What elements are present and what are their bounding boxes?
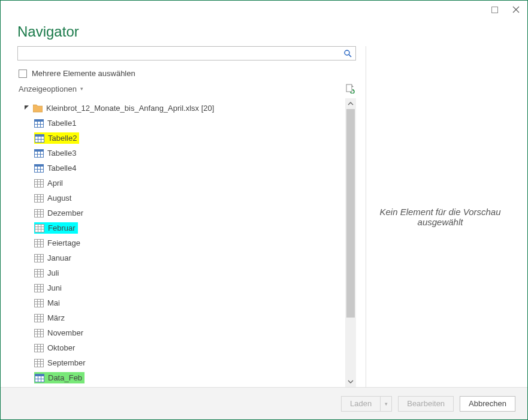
svg-rect-86 — [35, 359, 44, 367]
tree-item-label: Januar — [47, 253, 71, 262]
svg-point-3 — [345, 50, 349, 55]
tree-item-label: Tabelle3 — [47, 149, 76, 158]
load-button[interactable]: Laden — [341, 396, 380, 412]
refresh-button[interactable] — [345, 84, 355, 93]
worksheet-icon — [34, 239, 44, 247]
svg-rect-17 — [35, 149, 44, 152]
file-node[interactable]: Kleinbrot_12_Monate_bis_Anfang_April.xls… — [17, 101, 345, 116]
svg-line-4 — [349, 55, 351, 57]
tree-item[interactable]: September — [17, 355, 345, 370]
tree-item[interactable]: Juni — [17, 280, 345, 295]
tree-root: Kleinbrot_12_Monate_bis_Anfang_April.xls… — [17, 101, 345, 385]
highlight-marker: Tabelle2 — [34, 132, 79, 144]
display-options-button[interactable]: Anzeigeoptionen ▾ — [19, 84, 83, 93]
tree-item[interactable]: April — [17, 176, 345, 191]
dialog-content: Mehrere Elemente auswählen Anzeigeoption… — [1, 46, 527, 387]
table-icon — [34, 119, 44, 128]
worksheet-icon — [34, 269, 44, 277]
load-dropdown-button[interactable]: ▾ — [380, 396, 392, 412]
tree-item[interactable]: Dezember — [17, 206, 345, 220]
svg-rect-66 — [35, 299, 44, 307]
tree-item-label: Juli — [47, 268, 59, 277]
tree-item[interactable]: Oktober — [17, 340, 345, 355]
worksheet-icon — [34, 329, 44, 337]
table-icon — [35, 134, 44, 143]
table-icon — [35, 374, 44, 382]
cancel-button[interactable]: Abbrechen — [460, 396, 515, 412]
svg-rect-61 — [35, 284, 44, 292]
svg-rect-81 — [35, 344, 44, 352]
tree-item[interactable]: Tabelle4 — [17, 161, 345, 176]
tree-item-label: März — [47, 313, 65, 322]
close-button[interactable] — [509, 3, 523, 16]
tree-item[interactable]: Tabelle1 — [17, 116, 345, 131]
navigator-dialog: Navigator Mehrere Elemente auswählen A — [0, 0, 528, 420]
tree-item[interactable]: März — [17, 310, 345, 325]
worksheet-icon — [35, 224, 44, 232]
table-icon — [34, 164, 44, 173]
scroll-up-button[interactable] — [345, 98, 356, 109]
svg-rect-71 — [35, 314, 44, 322]
multi-select-checkbox[interactable] — [19, 70, 27, 78]
tree-item-label: Oktober — [47, 343, 75, 352]
highlight-marker: Februar — [34, 222, 78, 234]
chevron-down-icon — [348, 379, 354, 385]
titlebar — [1, 1, 527, 19]
edit-button[interactable]: Bearbeiten — [398, 396, 454, 412]
svg-rect-7 — [35, 119, 44, 122]
chevron-down-icon: ▾ — [80, 86, 83, 92]
tree-item[interactable]: Data_Feb — [17, 370, 345, 385]
svg-rect-76 — [35, 329, 44, 337]
workbook-icon — [33, 104, 43, 113]
tree-item[interactable]: November — [17, 325, 345, 340]
worksheet-icon — [34, 314, 44, 322]
tree-item-label: Tabelle4 — [47, 164, 76, 173]
tree-item-label: September — [47, 358, 86, 367]
load-split-button: Laden ▾ — [341, 396, 392, 412]
scroll-track[interactable] — [345, 109, 356, 376]
tree-item-label: Feiertage — [47, 238, 80, 247]
tree-item[interactable]: Februar — [17, 220, 345, 235]
tree-container: Kleinbrot_12_Monate_bis_Anfang_April.xls… — [17, 98, 356, 387]
tree-item[interactable]: August — [17, 191, 345, 206]
svg-rect-46 — [35, 239, 44, 247]
object-tree: Kleinbrot_12_Monate_bis_Anfang_April.xls… — [17, 98, 345, 387]
display-options-row: Anzeigeoptionen ▾ — [17, 84, 356, 93]
svg-rect-56 — [35, 269, 44, 277]
tree-item-label: Februar — [48, 223, 76, 232]
svg-rect-12 — [35, 134, 44, 137]
dialog-header: Navigator — [1, 19, 527, 46]
table-icon — [34, 149, 44, 158]
tree-item[interactable]: Tabelle3 — [17, 146, 345, 161]
tree-item-label: Tabelle2 — [48, 134, 77, 143]
tree-item-label: Dezember — [47, 209, 83, 217]
tree-item[interactable]: Januar — [17, 250, 345, 265]
svg-rect-22 — [35, 164, 44, 167]
collapse-icon[interactable] — [23, 105, 29, 111]
search-box[interactable] — [17, 46, 356, 61]
tree-item-label: April — [47, 179, 63, 188]
file-name: Kleinbrot_12_Monate_bis_Anfang_April.xls… — [46, 104, 214, 113]
tree-item[interactable]: Tabelle2 — [17, 131, 345, 146]
tree-item[interactable]: Juli — [17, 265, 345, 280]
tree-item[interactable]: Mai — [17, 295, 345, 310]
scroll-thumb[interactable] — [346, 109, 355, 318]
search-icon — [343, 49, 352, 58]
svg-rect-0 — [491, 7, 497, 13]
close-icon — [512, 6, 520, 13]
search-input[interactable] — [20, 49, 343, 59]
maximize-button[interactable] — [488, 3, 501, 16]
tree-item-label: August — [47, 194, 71, 203]
highlight-marker: Data_Feb — [34, 372, 85, 383]
worksheet-icon — [34, 344, 44, 352]
tree-scrollbar[interactable] — [345, 98, 356, 387]
tree-item[interactable]: Feiertage — [17, 235, 345, 250]
chevron-down-icon: ▾ — [385, 401, 388, 407]
preview-pane: Kein Element für die Vorschau ausgewählt — [366, 46, 514, 387]
navigator-pane: Mehrere Elemente auswählen Anzeigeoption… — [17, 46, 356, 387]
multi-select-row[interactable]: Mehrere Elemente auswählen — [17, 69, 356, 78]
scroll-down-button[interactable] — [345, 376, 356, 387]
worksheet-icon — [34, 179, 44, 188]
refresh-icon — [345, 84, 355, 93]
preview-empty-text: Kein Element für die Vorschau ausgewählt — [378, 207, 502, 227]
